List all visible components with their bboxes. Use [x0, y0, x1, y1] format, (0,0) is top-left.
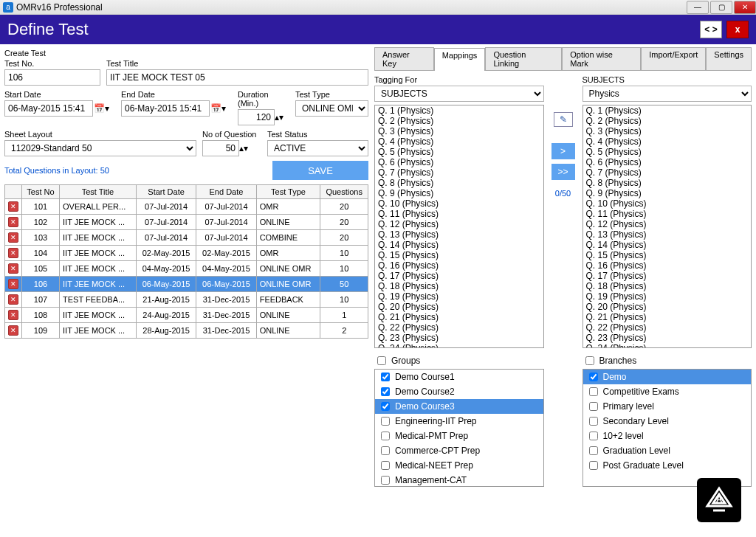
toggle-button[interactable]: < > — [700, 21, 722, 38]
delete-icon[interactable]: ✕ — [8, 201, 18, 212]
list-item[interactable]: Q. 4 (Physics) — [583, 136, 752, 147]
list-item[interactable]: Q. 4 (Physics) — [375, 136, 543, 147]
list-item[interactable]: Q. 11 (Physics) — [375, 209, 543, 219]
spinner-icon[interactable]: ▴▾ — [275, 112, 285, 122]
spinner-icon[interactable]: ▾ — [105, 103, 115, 114]
delete-icon[interactable]: ✕ — [8, 217, 18, 227]
list-item[interactable]: Q. 24 (Physics) — [375, 343, 543, 348]
list-item[interactable]: Q. 7 (Physics) — [583, 167, 752, 178]
list-item[interactable]: Q. 10 (Physics) — [583, 198, 752, 209]
list-item[interactable]: Q. 12 (Physics) — [375, 219, 543, 229]
list-item[interactable]: Commerce-CPT Prep — [375, 443, 543, 458]
checkbox[interactable] — [381, 373, 390, 381]
delete-icon[interactable]: ✕ — [8, 279, 18, 289]
list-item[interactable]: Q. 11 (Physics) — [583, 209, 752, 219]
list-item[interactable]: Q. 20 (Physics) — [375, 302, 543, 312]
close-button[interactable]: ✕ — [734, 1, 756, 14]
list-item[interactable]: Q. 18 (Physics) — [583, 281, 752, 291]
list-item[interactable]: Q. 6 (Physics) — [375, 157, 543, 167]
list-item[interactable]: Q. 14 (Physics) — [375, 240, 543, 250]
list-item[interactable]: Q. 17 (Physics) — [583, 271, 752, 281]
header-close-button[interactable]: x — [726, 21, 749, 38]
checkbox[interactable] — [589, 432, 598, 440]
list-item[interactable]: Demo Course3 — [375, 399, 543, 414]
list-item[interactable]: Q. 15 (Physics) — [375, 250, 543, 260]
list-item[interactable]: Q. 13 (Physics) — [375, 229, 543, 240]
table-row[interactable]: ✕106IIT JEE MOCK ...06-May-201506-May-20… — [5, 277, 368, 292]
row-delete[interactable]: ✕ — [5, 277, 22, 292]
list-item[interactable]: Q. 21 (Physics) — [375, 312, 543, 322]
list-item[interactable]: Q. 9 (Physics) — [583, 188, 752, 198]
list-item[interactable]: Secondary Level — [583, 414, 752, 429]
tab-question-linking[interactable]: Question Linking — [485, 47, 562, 70]
list-item[interactable]: Q. 16 (Physics) — [375, 260, 543, 271]
move-one-button[interactable]: > — [551, 143, 575, 159]
table-header[interactable]: Test No — [22, 185, 60, 199]
list-item[interactable]: Q. 3 (Physics) — [375, 126, 543, 136]
table-header[interactable]: Test Type — [256, 185, 320, 199]
tab-option-wise-mark[interactable]: Option wise Mark — [562, 47, 641, 70]
table-row[interactable]: ✕107TEST FEEDBA...21-Aug-201531-Dec-2015… — [5, 292, 368, 308]
test-type-select[interactable]: ONLINE OMR — [295, 100, 368, 117]
row-delete[interactable]: ✕ — [5, 199, 22, 215]
start-date-input[interactable] — [4, 100, 93, 117]
row-delete[interactable]: ✕ — [5, 292, 22, 308]
list-item[interactable]: Engineering-IIT Prep — [375, 414, 543, 429]
checkbox[interactable] — [381, 417, 390, 426]
table-header[interactable]: Start Date — [136, 185, 196, 199]
test-title-input[interactable] — [106, 69, 368, 86]
list-item[interactable]: Q. 3 (Physics) — [583, 126, 752, 136]
tagging-for-select[interactable]: SUBJECTS — [374, 86, 544, 102]
row-delete[interactable]: ✕ — [5, 323, 22, 339]
table-row[interactable]: ✕104IIT JEE MOCK ...02-May-201502-May-20… — [5, 246, 368, 261]
checkbox[interactable] — [381, 446, 390, 455]
maximize-button[interactable]: ▢ — [710, 1, 732, 14]
row-delete[interactable]: ✕ — [5, 215, 22, 230]
list-item[interactable]: Q. 12 (Physics) — [583, 219, 752, 229]
list-item[interactable]: Post Graduate Level — [583, 458, 752, 473]
list-item[interactable]: Q. 20 (Physics) — [583, 302, 752, 312]
list-item[interactable]: Q. 13 (Physics) — [583, 229, 752, 240]
list-item[interactable]: Q. 21 (Physics) — [583, 312, 752, 322]
no-of-question-input[interactable] — [202, 140, 239, 156]
spinner-icon[interactable]: ▾ — [221, 103, 232, 114]
delete-icon[interactable]: ✕ — [8, 325, 18, 336]
table-row[interactable]: ✕102IIT JEE MOCK ...07-Jul-201407-Jul-20… — [5, 215, 368, 230]
tab-import-export[interactable]: Import/Export — [641, 47, 706, 70]
list-item[interactable]: Demo — [583, 370, 752, 384]
row-delete[interactable]: ✕ — [5, 261, 22, 277]
groups-list[interactable]: Demo Course1Demo Course2Demo Course3Engi… — [374, 369, 544, 487]
tab-mappings[interactable]: Mappings — [434, 48, 486, 71]
spinner-icon[interactable]: ▴▾ — [239, 143, 250, 153]
checkbox[interactable] — [589, 402, 598, 411]
question-list-left[interactable]: Q. 1 (Physics)Q. 2 (Physics)Q. 3 (Physic… — [374, 105, 544, 348]
row-delete[interactable]: ✕ — [5, 230, 22, 246]
list-item[interactable]: Q. 1 (Physics) — [583, 105, 752, 116]
table-header[interactable]: End Date — [196, 185, 256, 199]
subject-select[interactable]: Physics — [583, 86, 752, 102]
list-item[interactable]: Q. 18 (Physics) — [375, 281, 543, 291]
table-row[interactable]: ✕103IIT JEE MOCK ...07-Jul-201407-Jul-20… — [5, 230, 368, 246]
table-row[interactable]: ✕101OVERALL PER...07-Jul-201407-Jul-2014… — [5, 199, 368, 215]
list-item[interactable]: Medical-NEET Prep — [375, 458, 543, 473]
list-item[interactable]: Graduation Level — [583, 443, 752, 458]
list-item[interactable]: Q. 9 (Physics) — [375, 188, 543, 198]
checkbox[interactable] — [381, 402, 390, 411]
list-item[interactable]: Q. 14 (Physics) — [583, 240, 752, 250]
checkbox[interactable] — [589, 373, 598, 381]
test-no-input[interactable] — [4, 69, 100, 86]
groups-checkbox[interactable] — [377, 356, 386, 365]
checkbox[interactable] — [381, 461, 390, 470]
save-button[interactable]: SAVE — [272, 161, 368, 180]
list-item[interactable]: 10+2 level — [583, 429, 752, 443]
list-item[interactable]: Q. 24 (Physics) — [583, 343, 752, 348]
checkbox[interactable] — [589, 461, 598, 470]
delete-icon[interactable]: ✕ — [8, 310, 18, 320]
end-date-input[interactable] — [121, 100, 210, 117]
table-header[interactable]: Questions — [320, 185, 368, 199]
list-item[interactable]: Q. 5 (Physics) — [583, 147, 752, 157]
list-item[interactable]: Q. 7 (Physics) — [375, 167, 543, 178]
list-item[interactable]: Demo Course1 — [375, 370, 543, 384]
list-item[interactable]: Q. 17 (Physics) — [375, 271, 543, 281]
list-item[interactable]: Q. 10 (Physics) — [375, 198, 543, 209]
